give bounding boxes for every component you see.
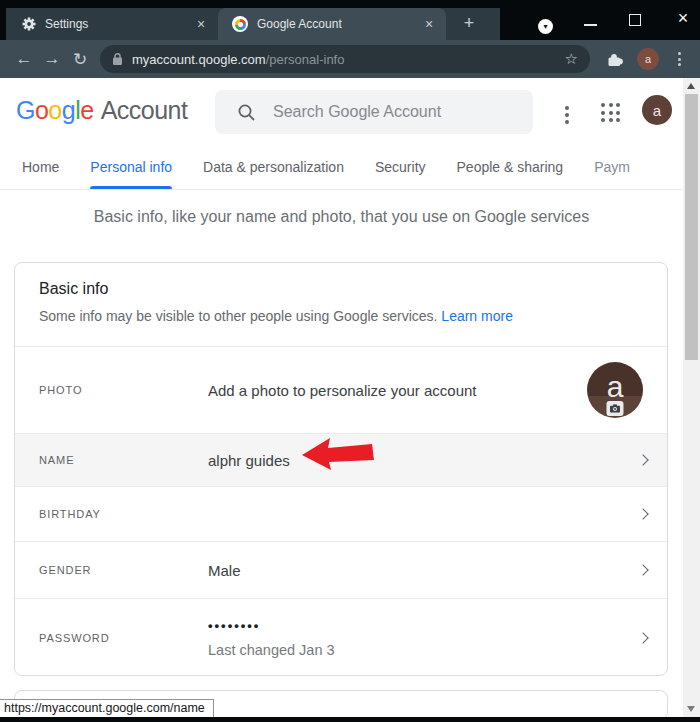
nav-personal-info[interactable]: Personal info: [90, 145, 172, 189]
tab-search-icon[interactable]: ▾: [538, 19, 553, 34]
profile-photo-avatar[interactable]: a: [587, 362, 643, 418]
search-icon: [237, 103, 256, 122]
chevron-right-icon: [637, 564, 648, 575]
scroll-down-icon[interactable]: [687, 706, 695, 712]
account-search-bar[interactable]: [215, 90, 533, 134]
extensions-icon[interactable]: [606, 51, 623, 68]
account-avatar[interactable]: a: [642, 95, 672, 125]
gear-icon: [22, 17, 36, 31]
row-label: PASSWORD: [39, 632, 208, 644]
birthday-row[interactable]: BIRTHDAY: [15, 486, 667, 541]
forward-icon[interactable]: →: [38, 49, 66, 69]
tab-close-icon[interactable]: ×: [192, 15, 210, 33]
tab-title: Settings: [45, 17, 192, 31]
tab-settings[interactable]: Settings ×: [8, 8, 218, 40]
browser-toolbar: ← → ↻ myaccount.qoogle.com /personal-inf…: [0, 40, 700, 78]
reload-icon[interactable]: ↻: [66, 49, 94, 70]
tab-close-icon[interactable]: ×: [420, 15, 438, 33]
back-icon[interactable]: ←: [10, 49, 38, 69]
browser-menu-icon[interactable]: [674, 48, 685, 70]
page-scrollbar[interactable]: [683, 78, 700, 717]
browser-profile-avatar[interactable]: a: [637, 48, 659, 70]
google-favicon-icon: [232, 16, 248, 32]
row-label: PHOTO: [39, 384, 208, 396]
gender-row[interactable]: GENDER Male: [15, 541, 667, 598]
url-host: myaccount.qoogle.com: [132, 52, 266, 67]
browser-window: Settings × Google Account × + ▾ × ← → ↻ …: [0, 0, 700, 722]
url-path: /personal-info: [266, 52, 345, 67]
row-label: BIRTHDAY: [39, 508, 208, 520]
page-content: GoogleAccount a Home Personal info Data …: [0, 78, 700, 717]
lock-icon: [112, 52, 123, 66]
new-tab-button[interactable]: +: [458, 13, 480, 35]
nav-data-personalization[interactable]: Data & personalization: [203, 145, 344, 189]
minimize-button[interactable]: [584, 24, 597, 26]
tab-google-account[interactable]: Google Account ×: [218, 8, 446, 40]
card-description: Some info may be visible to other people…: [39, 308, 437, 324]
row-label: GENDER: [39, 564, 208, 576]
maximize-button[interactable]: [629, 14, 641, 26]
scrollbar-thumb[interactable]: [685, 94, 698, 360]
tab-title: Google Account: [257, 17, 420, 31]
page-intro-text: Basic info, like your name and photo, th…: [0, 208, 683, 226]
close-window-button[interactable]: ×: [672, 8, 694, 30]
chevron-right-icon: [637, 508, 648, 519]
nav-payments[interactable]: Paym: [594, 145, 630, 189]
nav-home[interactable]: Home: [22, 145, 59, 189]
password-dots: ••••••••: [208, 618, 619, 633]
account-nav: Home Personal info Data & personalizatio…: [0, 145, 683, 190]
chevron-right-icon: [637, 454, 648, 465]
nav-people-sharing[interactable]: People & sharing: [457, 145, 564, 189]
logo-suffix: Account: [101, 96, 188, 124]
scroll-up-icon[interactable]: [687, 83, 695, 89]
row-value: Add a photo to personalize your account: [208, 382, 587, 399]
google-account-logo[interactable]: GoogleAccount: [16, 96, 187, 125]
google-apps-icon[interactable]: [601, 103, 620, 122]
name-row[interactable]: NAME alphr guides: [15, 433, 667, 486]
row-value: Male: [208, 562, 619, 579]
row-label: NAME: [39, 454, 208, 466]
page-options-icon[interactable]: [561, 102, 573, 128]
bookmark-star-icon[interactable]: ☆: [565, 50, 578, 68]
basic-info-card: Basic info Some info may be visible to o…: [14, 262, 668, 676]
address-bar[interactable]: myaccount.qoogle.com /personal-info ☆: [100, 45, 590, 73]
card-title: Basic info: [39, 280, 643, 298]
chevron-right-icon: [637, 632, 648, 643]
row-value: alphr guides: [208, 452, 619, 469]
row-value: •••••••• Last changed Jan 3: [208, 618, 619, 658]
status-link-preview: https://myaccount.google.com/name: [0, 699, 214, 717]
camera-icon: [607, 401, 624, 416]
learn-more-link[interactable]: Learn more: [441, 308, 513, 324]
photo-row[interactable]: PHOTO Add a photo to personalize your ac…: [15, 346, 667, 433]
password-row[interactable]: PASSWORD •••••••• Last changed Jan 3: [15, 598, 667, 677]
search-input[interactable]: [273, 103, 517, 121]
password-subtext: Last changed Jan 3: [208, 642, 619, 658]
nav-security[interactable]: Security: [375, 145, 426, 189]
